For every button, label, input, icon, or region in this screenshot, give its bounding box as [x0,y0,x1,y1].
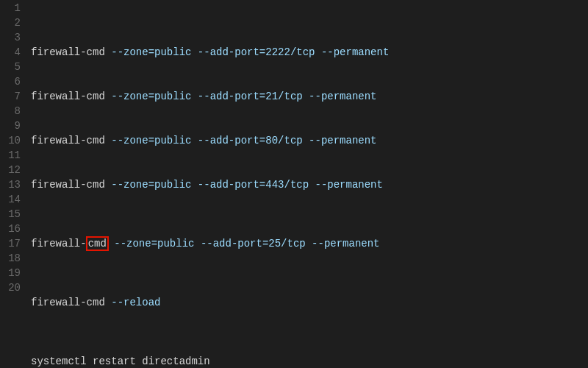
code-editor[interactable]: 1 2 3 4 5 6 7 8 9 10 11 12 13 14 15 16 1… [0,0,588,368]
flag-text: --permanent [309,91,376,102]
line-number: 14 [0,192,25,207]
line-number: 20 [0,280,25,295]
flag-text: --add-port=2222/tcp [198,46,315,58]
args-text: restart directadmin [93,355,210,367]
code-line[interactable]: firewall-cmd --reload [31,295,588,310]
cmd-text: firewall-cmd [31,91,105,102]
code-line[interactable]: firewall-cmd --zone=public --add-port=25… [31,236,588,251]
flag-text: --add-port=443/tcp [198,179,309,191]
flag-text: --zone=public [111,91,191,102]
cmd-text: firewall- [31,238,87,250]
line-number: 16 [0,222,25,236]
cmd-text: firewall-cmd [31,46,105,58]
flag-text: --reload [111,297,160,308]
flag-text: --add-port=25/tcp [201,238,306,250]
line-number: 10 [0,133,25,148]
line-number-gutter: 1 2 3 4 5 6 7 8 9 10 11 12 13 14 15 16 1… [0,0,25,368]
cmd-text: firewall-cmd [31,135,105,146]
flag-text: --add-port=80/tcp [198,135,303,146]
line-number: 13 [0,177,25,192]
flag-text: --zone=public [111,179,191,191]
line-number: 12 [0,163,25,177]
flag-text: --permanent [321,46,389,58]
code-line[interactable]: firewall-cmd --zone=public --add-port=80… [31,133,588,148]
flag-text: --permanent [312,238,379,250]
cmd-text: firewall-cmd [31,297,105,308]
line-number: 1 [0,1,25,15]
line-number: 5 [0,60,25,74]
line-number: 11 [0,148,25,163]
flag-text: --zone=public [111,46,191,58]
search-highlight: cmd [86,236,109,251]
line-number: 9 [0,118,25,133]
flag-text: --add-port=21/tcp [198,91,303,102]
line-number: 4 [0,45,25,60]
line-number: 15 [0,207,25,222]
line-number: 2 [0,15,25,30]
line-number: 18 [0,251,25,266]
cmd-text: firewall-cmd [31,179,105,191]
code-line[interactable]: firewall-cmd --zone=public --add-port=21… [31,89,588,104]
flag-text: --zone=public [111,135,191,146]
code-area[interactable]: firewall-cmd --zone=public --add-port=22… [25,0,588,368]
line-number: 7 [0,89,25,104]
flag-text: --permanent [309,135,376,146]
line-number: 6 [0,74,25,89]
flag-text: --zone=public [114,238,194,250]
line-number: 3 [0,30,25,45]
line-number: 17 [0,236,25,251]
cmd-text: systemctl [31,355,87,367]
code-line[interactable]: systemctl restart directadmin [31,354,588,368]
code-line[interactable]: firewall-cmd --zone=public --add-port=44… [31,177,588,192]
code-line[interactable]: firewall-cmd --zone=public --add-port=22… [31,45,588,60]
flag-text: --permanent [315,179,383,191]
line-number: 8 [0,104,25,118]
line-number: 19 [0,266,25,280]
